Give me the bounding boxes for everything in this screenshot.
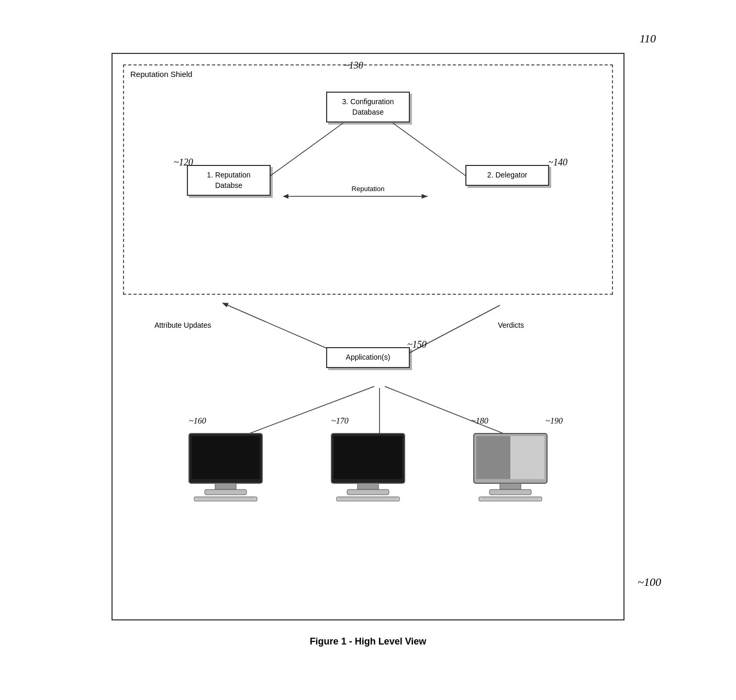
computers-row: ~160 [123,431,613,504]
computer-170-icon [326,431,410,504]
computer-170-wrapper: ~170 [326,431,410,504]
delegator-node: 2. Delegator [465,165,549,186]
computer-180-icon [469,431,552,504]
computer-160-icon [184,431,267,504]
diagram-area: 3. Configuration Database ~120 1. Reputa… [135,76,601,270]
svg-line-0 [264,123,343,181]
svg-rect-13 [192,436,260,479]
page-wrapper: 110 Reputation Shield ~130 [80,53,656,647]
reputation-db-node: 1. Reputation Databse [187,165,271,196]
attribute-updates-label: Attribute Updates [154,321,211,329]
ref-170: ~170 [331,416,349,426]
svg-rect-29 [500,483,521,490]
ref-130: ~130 [344,60,363,71]
ref-150: ~150 [407,339,427,350]
svg-line-1 [393,123,472,181]
reputation-arrow-label: Reputation [352,185,385,193]
below-dotted-area: Attribute Updates Verdicts Application(s… [123,305,613,609]
svg-rect-28 [476,436,510,479]
computer-180-wrapper: ~180 ~190 [469,431,552,504]
reputation-shield-box: Reputation Shield ~130 [123,64,613,295]
ref-110: 110 [640,32,656,46]
ref-180: ~180 [471,416,488,426]
ref-160: ~160 [189,416,206,426]
ref-140: ~140 [548,157,567,168]
svg-rect-22 [347,490,389,495]
svg-rect-20 [334,436,402,479]
config-db-node: 3. Configuration Database [326,92,410,123]
ref-190: ~190 [545,416,563,426]
svg-rect-30 [489,490,531,495]
application-node: Application(s) [326,347,410,368]
svg-rect-15 [205,490,247,495]
svg-rect-21 [358,483,378,490]
ref-100: ~100 [638,575,661,589]
figure-caption: Figure 1 - High Level View [310,636,427,647]
svg-rect-14 [215,483,236,490]
computer-160-wrapper: ~160 [184,431,267,504]
outer-box: Reputation Shield ~130 [111,53,625,620]
verdicts-label: Verdicts [498,321,524,329]
